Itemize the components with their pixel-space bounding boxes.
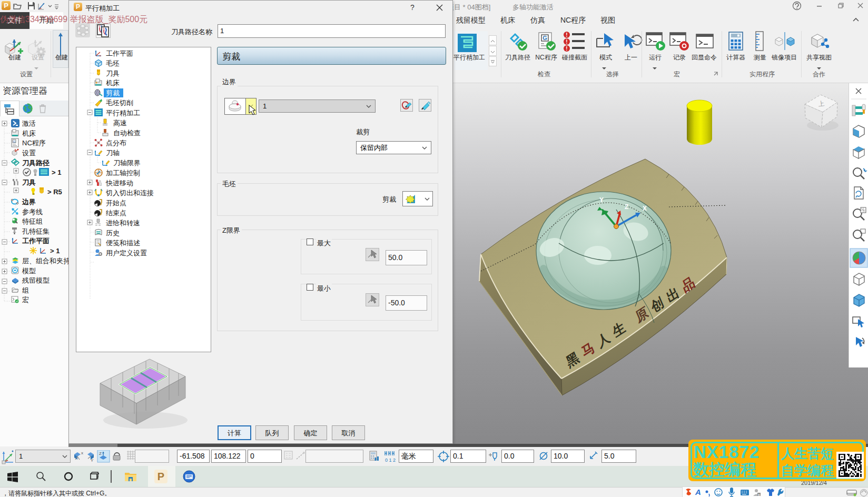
svg-text:便笺和描述: 便笺和描述 — [106, 239, 140, 247]
svg-text:x: x — [81, 451, 83, 455]
svg-text:Z: Z — [625, 203, 628, 211]
svg-text:毛坯切削: 毛坯切削 — [106, 99, 133, 107]
svg-text:X: X — [643, 205, 647, 212]
svg-text:> 1: > 1 — [52, 168, 61, 176]
svg-text:刀具路径: 刀具路径 — [22, 159, 50, 167]
svg-text:上: 上 — [817, 100, 825, 108]
svg-text:A: A — [695, 488, 701, 496]
svg-text:特征组: 特征组 — [22, 217, 43, 225]
svg-text:刀轴: 刀轴 — [106, 149, 120, 157]
svg-text:G: G — [542, 35, 547, 41]
svg-text:孔特征集: 孔特征集 — [22, 227, 50, 235]
svg-text:!: ! — [566, 32, 567, 38]
svg-text:刀轴限界: 刀轴限界 — [113, 159, 141, 167]
svg-text:> R5: > R5 — [47, 188, 62, 196]
svg-text:毛坯: 毛坯 — [106, 59, 120, 67]
svg-text:高速: 高速 — [113, 119, 127, 127]
svg-text:自动检查: 自动检查 — [113, 129, 141, 137]
svg-text:层、组合和夹持: 层、组合和夹持 — [22, 257, 68, 265]
svg-text:宏: 宏 — [22, 296, 29, 304]
svg-text:残留模型: 残留模型 — [22, 276, 50, 284]
svg-text:用户定义设置: 用户定义设置 — [106, 249, 147, 257]
svg-text:进给和转速: 进给和转速 — [106, 219, 140, 227]
svg-text:激活: 激活 — [22, 120, 36, 127]
svg-text:NC程序: NC程序 — [22, 139, 46, 147]
svg-text:快进移动: 快进移动 — [105, 179, 133, 187]
svg-text:切入切出和连接: 切入切出和连接 — [105, 189, 154, 197]
svg-text:设置: 设置 — [22, 149, 36, 157]
svg-text:G: G — [13, 140, 16, 143]
svg-text:> 1: > 1 — [50, 247, 60, 255]
svg-text:工作平面: 工作平面 — [22, 237, 50, 245]
svg-text:工作平面: 工作平面 — [106, 49, 133, 57]
svg-text:0 1 2: 0 1 2 — [385, 458, 396, 463]
svg-text:模型: 模型 — [22, 267, 36, 275]
svg-text:边界: 边界 — [22, 198, 36, 206]
svg-text:B: B — [758, 493, 760, 496]
svg-text:刀具: 刀具 — [22, 178, 36, 186]
svg-text:!: ! — [566, 39, 567, 45]
svg-text:点分布: 点分布 — [106, 139, 126, 147]
svg-text:历史: 历史 — [106, 229, 120, 237]
svg-text:Z: Z — [99, 451, 102, 456]
svg-text:开始点: 开始点 — [106, 199, 126, 207]
svg-text:Y: Y — [599, 196, 604, 204]
svg-text:组: 组 — [22, 286, 29, 294]
svg-text:剪裁: 剪裁 — [106, 89, 120, 97]
svg-text:Y: Y — [91, 458, 94, 463]
svg-text:结束点: 结束点 — [106, 209, 126, 217]
svg-text:参考线: 参考线 — [22, 208, 43, 216]
svg-text:机床: 机床 — [106, 79, 120, 87]
svg-text:平行精加工: 平行精加工 — [106, 109, 140, 117]
svg-text:加工轴控制: 加工轴控制 — [106, 169, 140, 177]
svg-text:机床: 机床 — [22, 130, 36, 137]
svg-text:刀具: 刀具 — [106, 69, 120, 77]
svg-text:!: ! — [566, 46, 567, 52]
